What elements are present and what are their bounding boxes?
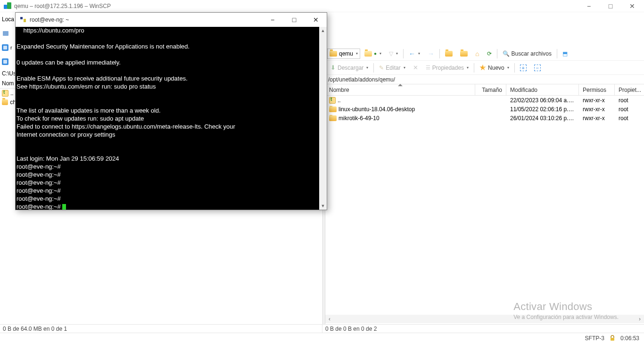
left-row-1[interactable]: ch	[0, 98, 16, 106]
terminal-window: root@eve-ng: ~ − □ ✕ https://ubuntu.com/…	[15, 12, 327, 210]
separator	[439, 49, 440, 58]
separator	[557, 49, 557, 58]
edit-button[interactable]: ✎ Editar	[376, 62, 408, 74]
terminal-close-button[interactable]: ✕	[305, 13, 327, 27]
left-up-row[interactable]: ..	[0, 89, 16, 98]
new-star-icon	[479, 65, 486, 71]
winscp-icon	[4, 2, 11, 10]
windows-activation-watermark: Activar Windows Ve a Configuración para …	[513, 301, 619, 320]
main-window-titlebar: qemu – root@172.25.1.196 – WinSCP − □ ✕	[0, 0, 644, 12]
left-path: C:\Us	[0, 69, 16, 78]
properties-button[interactable]: ☰ Propiedades	[422, 62, 472, 74]
remote-file-list: .. 22/02/2023 06:09:04 a. m. rwxr-xr-x r…	[325, 96, 644, 122]
lock-icon	[609, 335, 616, 342]
svg-rect-1	[611, 338, 614, 341]
terminal-maximize-button[interactable]: □	[283, 13, 305, 27]
select-plus-button[interactable]: +	[517, 62, 530, 74]
remote-path-text: /opt/unetlab/addons/qemu/	[328, 76, 395, 83]
terminal-title: root@eve-ng: ~	[30, 16, 69, 23]
remote-list-header: Nombre Tamaño Modificado Permisos Propie…	[325, 84, 644, 96]
status-right: 0 B de 0 B en 0 de 2	[322, 325, 644, 333]
left-panel: Loca r C:\Us Nom .. ch	[0, 12, 16, 324]
scroll-down-button[interactable]: ▼	[319, 202, 327, 210]
status-bar-bottom: SFTP-3 0:06:53	[0, 333, 644, 343]
file-row[interactable]: linux-ubuntu-18.04.06-desktop 11/05/2022…	[325, 105, 644, 114]
new-button[interactable]: Nuevo	[476, 62, 512, 74]
terminal-output: https://ubuntu.com/pro Expanded Security…	[17, 27, 237, 210]
terminal-minimize-button[interactable]: −	[262, 13, 283, 27]
folder-icon	[329, 115, 337, 121]
main-minimize-button[interactable]: −	[578, 0, 600, 12]
col-permissions[interactable]: Permisos	[579, 84, 615, 95]
left-col-name[interactable]: Nom	[0, 78, 16, 89]
left-disk-icon[interactable]	[0, 55, 16, 69]
separator	[373, 63, 374, 73]
left-drive-icon[interactable]: r	[0, 41, 16, 55]
remote-action-toolbar: ⬇ Descargar ✎ Editar ✕ ☰ Propiedades Nue…	[325, 61, 644, 75]
main-close-button[interactable]: ✕	[621, 0, 643, 12]
remote-panel: qemu ● ▽ ← → ⌂ ⟳ 🔍 Buscar archivos ⬒ ⬇ D…	[325, 47, 644, 122]
remote-root-button[interactable]	[457, 48, 471, 59]
svg-rect-0	[3, 31, 8, 36]
file-row[interactable]: mikrotik-6-49-10 26/01/2024 03:10:26 p. …	[325, 114, 644, 122]
remote-address-toolbar: qemu ● ▽ ← → ⌂ ⟳ 🔍 Buscar archivos ⬒	[325, 47, 644, 61]
remote-back-button[interactable]: ←	[405, 48, 423, 59]
separator	[497, 49, 497, 58]
status-bar: 0 B de 64.0 MB en 0 de 1 0 B de 0 B en 0…	[0, 324, 644, 333]
scroll-left-button[interactable]: ‹	[325, 315, 334, 323]
col-owner[interactable]: Propiet...	[615, 84, 643, 95]
select-minus-button[interactable]: −	[531, 62, 544, 74]
new-label: Nuevo	[488, 65, 504, 71]
remote-search-label: Buscar archivos	[512, 50, 552, 57]
remote-bookmark-button[interactable]: ⬒	[559, 48, 571, 59]
separator	[403, 49, 404, 58]
remote-history-button[interactable]: ●	[361, 48, 385, 59]
remote-folder-combo[interactable]: qemu	[327, 49, 360, 59]
remote-folder-label: qemu	[339, 50, 353, 57]
up-icon	[329, 97, 336, 104]
delete-button[interactable]: ✕	[410, 62, 421, 74]
status-left: 0 B de 64.0 MB en 0 de 1	[0, 325, 322, 333]
terminal-body[interactable]: https://ubuntu.com/pro Expanded Security…	[16, 27, 319, 210]
edit-label: Editar	[386, 65, 400, 71]
scroll-right-button[interactable]: ›	[636, 315, 644, 323]
terminal-cursor	[62, 204, 66, 210]
col-name[interactable]: Nombre	[325, 84, 475, 95]
left-label: Loca	[0, 12, 16, 26]
download-button[interactable]: ⬇ Descargar	[327, 62, 372, 74]
folder-icon	[329, 106, 337, 112]
separator	[474, 63, 474, 73]
col-size[interactable]: Tamaño	[475, 84, 506, 95]
terminal-titlebar[interactable]: root@eve-ng: ~ − □ ✕	[16, 13, 327, 27]
terminal-scrollbar[interactable]: ▲ ▼	[319, 27, 327, 210]
col-modified[interactable]: Modificado	[506, 84, 579, 95]
watermark-subtitle: Ve a Configuración para activar Windows.	[513, 314, 619, 320]
watermark-title: Activar Windows	[513, 301, 619, 313]
putty-icon	[19, 16, 27, 24]
elapsed-time: 0:06:53	[620, 335, 639, 342]
left-toolbar-icon[interactable]	[0, 26, 16, 41]
remote-up-button[interactable]	[442, 48, 456, 59]
remote-filter-button[interactable]: ▽	[386, 48, 401, 59]
remote-path-bar[interactable]: /opt/unetlab/addons/qemu/	[325, 75, 644, 84]
file-row-up[interactable]: .. 22/02/2023 06:09:04 a. m. rwxr-xr-x r…	[325, 96, 644, 105]
download-label: Descargar	[338, 65, 363, 71]
remote-refresh-button[interactable]: ⟳	[484, 48, 495, 59]
properties-label: Propiedades	[432, 65, 464, 71]
protocol-label: SFTP-3	[585, 335, 604, 342]
main-window-title: qemu – root@172.25.1.196 – WinSCP	[14, 3, 578, 9]
scroll-up-button[interactable]: ▲	[319, 27, 327, 34]
remote-search-button[interactable]: 🔍 Buscar archivos	[499, 48, 555, 59]
remote-forward-button[interactable]: →	[424, 48, 438, 59]
remote-home-button[interactable]: ⌂	[472, 48, 482, 59]
separator	[514, 63, 515, 73]
main-maximize-button[interactable]: □	[600, 0, 621, 12]
